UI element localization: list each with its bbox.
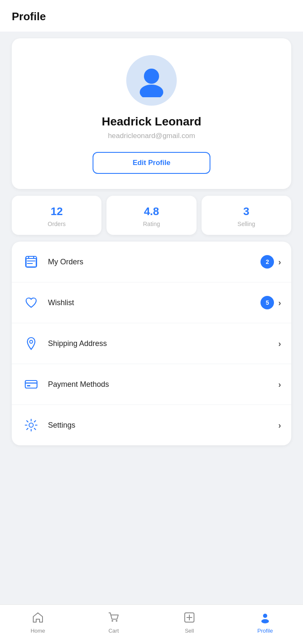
profile-nav-icon — [259, 612, 271, 625]
wishlist-icon — [22, 293, 40, 312]
menu-card: My Orders 2 › Wishlist 5 › Shipping Addr… — [12, 242, 291, 445]
stat-rating: 4.8 Rating — [106, 196, 196, 235]
bottom-nav: Home Cart Sell — [0, 604, 303, 644]
svg-point-13 — [263, 614, 267, 618]
svg-point-9 — [116, 620, 117, 622]
chevron-icon-my-orders: › — [278, 257, 281, 267]
stat-selling: 3 Selling — [202, 196, 291, 235]
menu-label-wishlist: Wishlist — [48, 298, 260, 307]
svg-point-14 — [261, 619, 269, 623]
nav-label-profile: Profile — [258, 628, 273, 634]
chevron-icon-wishlist: › — [278, 298, 281, 308]
menu-item-settings[interactable]: Settings › — [12, 405, 291, 445]
stats-row: 12 Orders 4.8 Rating 3 Selling — [12, 196, 291, 235]
wishlist-badge: 5 — [260, 296, 274, 309]
chevron-icon-settings: › — [278, 420, 281, 430]
profile-card: Headrick Leonard headricleonard@gmail.co… — [12, 38, 291, 189]
svg-point-1 — [140, 85, 163, 97]
menu-item-wishlist[interactable]: Wishlist 5 › — [12, 282, 291, 323]
stat-orders-label: Orders — [48, 221, 66, 227]
nav-item-sell[interactable]: Sell — [152, 612, 227, 634]
svg-point-3 — [30, 341, 33, 343]
menu-item-shipping-address[interactable]: Shipping Address › — [12, 323, 291, 364]
menu-label-settings: Settings — [48, 421, 278, 430]
menu-item-my-orders[interactable]: My Orders 2 › — [12, 242, 291, 282]
menu-label-my-orders: My Orders — [48, 258, 260, 266]
cart-icon — [108, 612, 120, 625]
settings-icon — [22, 416, 40, 434]
user-email: headricleonard@gmail.com — [108, 132, 195, 140]
stat-selling-label: Selling — [237, 221, 255, 227]
user-name: Headrick Leonard — [102, 115, 202, 128]
payment-methods-icon — [22, 375, 40, 394]
my-orders-badge: 2 — [260, 255, 274, 269]
page-title: Profile — [0, 0, 303, 32]
chevron-icon-payment-methods: › — [278, 380, 281, 389]
chevron-icon-shipping-address: › — [278, 339, 281, 349]
stat-orders-value: 12 — [50, 205, 63, 218]
stat-rating-value: 4.8 — [144, 205, 159, 218]
nav-item-cart[interactable]: Cart — [76, 612, 152, 634]
shipping-address-icon — [22, 334, 40, 353]
nav-label-cart: Cart — [109, 628, 119, 634]
my-orders-icon — [22, 253, 40, 271]
stat-orders: 12 Orders — [12, 196, 101, 235]
home-icon — [32, 612, 44, 625]
menu-label-shipping-address: Shipping Address — [48, 339, 278, 348]
edit-profile-button[interactable]: Edit Profile — [93, 152, 210, 174]
svg-rect-4 — [25, 381, 37, 388]
avatar — [126, 55, 177, 106]
sell-icon — [183, 612, 195, 625]
svg-point-8 — [112, 620, 113, 622]
svg-point-0 — [144, 69, 159, 84]
nav-label-sell: Sell — [185, 628, 194, 634]
nav-item-profile[interactable]: Profile — [227, 612, 303, 634]
nav-label-home: Home — [31, 628, 45, 634]
svg-point-7 — [29, 423, 33, 427]
stat-rating-label: Rating — [143, 221, 160, 227]
menu-item-payment-methods[interactable]: Payment Methods › — [12, 364, 291, 405]
nav-item-home[interactable]: Home — [0, 612, 76, 634]
stat-selling-value: 3 — [243, 205, 249, 218]
menu-label-payment-methods: Payment Methods — [48, 380, 278, 389]
avatar-icon — [135, 64, 168, 97]
svg-rect-6 — [27, 385, 30, 386]
